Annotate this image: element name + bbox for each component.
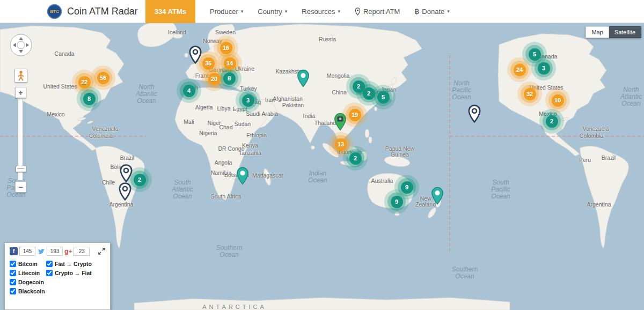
menu-report-atm-label: Report ATM (363, 8, 400, 16)
facebook-share-count: 145 (19, 247, 35, 256)
zoom-in-button[interactable]: + (15, 87, 26, 98)
expand-panel-button[interactable] (98, 248, 105, 255)
atm-cluster-marker[interactable]: 4 (177, 78, 201, 103)
chevron-down-icon: ▾ (285, 9, 288, 14)
twitter-icon[interactable] (37, 247, 45, 255)
menu-country-label: Country (258, 8, 282, 16)
coin-filter-column: BitcoinLitecoinDogecoinBlackcoin (10, 261, 44, 294)
googleplus-icon[interactable]: g+ (64, 248, 72, 255)
map-type-toggle: Map Satellite (586, 26, 641, 38)
cluster-count: 2 (363, 87, 375, 100)
share-filter-panel: f 145 193 g+ 23 BitcoinLitecoinDogec (4, 242, 111, 310)
coin-atm-radar-app: BTC Coin ATM Radar 334 ATMs Producer ▾ C… (0, 0, 644, 310)
cluster-count: 8 (83, 93, 96, 105)
expand-arrows-icon (98, 248, 105, 255)
zoom-slider-handle[interactable] (16, 166, 26, 172)
cluster-count: 4 (183, 85, 195, 97)
cluster-count: 13 (335, 138, 347, 151)
cluster-count: 5 (529, 48, 541, 61)
btc-logo-icon[interactable]: BTC (47, 4, 62, 19)
cluster-count: 56 (97, 72, 109, 84)
filter-checkbox[interactable] (10, 261, 16, 267)
atm-cluster-marker[interactable]: 32 (517, 82, 542, 106)
chevron-down-icon: ▾ (338, 9, 340, 14)
filter-label: Fiat → Crypto (55, 261, 92, 267)
cluster-count: 32 (524, 88, 536, 100)
atm-pin-marker-green-atm[interactable] (334, 113, 347, 133)
atm-cluster-marker[interactable]: 8 (77, 86, 101, 111)
cluster-count: 9 (391, 196, 403, 208)
chevron-down-icon: ▾ (241, 9, 244, 14)
filter-label: Bitcoin (18, 261, 38, 267)
filter-fiat-crypto[interactable]: Fiat → Crypto (46, 261, 92, 267)
chevron-down-icon: ▾ (447, 9, 450, 14)
bitcoin-icon: ฿ (414, 7, 419, 16)
filter-dogecoin[interactable]: Dogecoin (10, 279, 44, 285)
menu-donate-label: Donate (422, 8, 444, 16)
filter-label: Crypto → Fiat (55, 270, 92, 276)
cluster-count: 24 (514, 64, 526, 76)
atm-pin-marker-teal[interactable] (431, 187, 444, 207)
pan-control[interactable] (9, 33, 33, 57)
cluster-count: 20 (208, 73, 221, 85)
filter-checkbox[interactable] (10, 270, 16, 276)
cluster-count: 35 (202, 57, 215, 70)
filter-litecoin[interactable]: Litecoin (10, 270, 44, 276)
cluster-count: 2 (349, 152, 362, 165)
atm-cluster-marker[interactable]: 5 (371, 85, 396, 109)
menu-resources-label: Resources (302, 8, 335, 16)
menu-report-atm[interactable]: Report ATM (355, 8, 400, 16)
atm-pin-marker-navy[interactable] (468, 105, 481, 125)
atm-cluster-marker[interactable]: 2 (539, 109, 564, 134)
cluster-count: 14 (224, 57, 236, 70)
atm-cluster-marker[interactable]: 2 (343, 146, 368, 171)
facebook-icon[interactable]: f (10, 247, 18, 255)
satellite-view-button[interactable]: Satellite (609, 26, 641, 38)
menu-country[interactable]: Country ▾ (258, 8, 287, 16)
filter-checkbox-grid: BitcoinLitecoinDogecoinBlackcoin Fiat → … (10, 261, 105, 294)
cluster-count: 10 (552, 94, 564, 107)
filter-blackcoin[interactable]: Blackcoin (10, 288, 44, 294)
filter-label: Litecoin (18, 270, 40, 276)
atm-pin-marker-navy[interactable] (119, 182, 131, 203)
pegman-icon (17, 70, 25, 81)
cluster-count: 8 (223, 72, 236, 85)
cluster-count: 16 (220, 42, 232, 54)
cluster-count: 19 (349, 109, 361, 121)
direction-filter-column: Fiat → CryptoCrypto → Fiat (46, 261, 92, 294)
atm-cluster-marker[interactable]: 8 (217, 66, 241, 91)
atm-pin-marker-teal[interactable] (297, 69, 310, 90)
share-buttons-row: f 145 193 g+ 23 (10, 247, 105, 256)
atm-cluster-marker[interactable]: 56 (91, 65, 115, 90)
atm-pin-marker-teal[interactable] (236, 167, 249, 187)
filter-label: Blackcoin (18, 288, 45, 294)
site-title[interactable]: Coin ATM Radar (67, 6, 138, 17)
map-view-button[interactable]: Map (586, 26, 609, 38)
filter-label: Dogecoin (18, 279, 44, 285)
atm-count-badge[interactable]: 334 ATMs (145, 0, 195, 23)
filter-crypto-fiat[interactable]: Crypto → Fiat (46, 270, 92, 276)
top-navbar: BTC Coin ATM Radar 334 ATMs Producer ▾ C… (0, 0, 644, 23)
atm-cluster-marker[interactable]: 3 (236, 88, 260, 113)
map-pin-icon (355, 8, 361, 16)
map-canvas[interactable]: IcelandSwedenNorwayRussiaCanadaUnited St… (0, 23, 644, 310)
cluster-count: 9 (401, 181, 413, 194)
atm-pin-marker-navy[interactable] (189, 46, 202, 66)
cluster-count: 22 (78, 76, 91, 88)
twitter-share-count: 193 (47, 247, 63, 256)
cluster-count: 2 (134, 174, 146, 186)
menu-donate[interactable]: ฿ Donate ▾ (414, 7, 449, 16)
cluster-count: 5 (377, 91, 390, 104)
googleplus-share-count: 23 (74, 247, 90, 256)
zoom-out-button[interactable]: − (15, 181, 26, 193)
menu-resources[interactable]: Resources ▾ (302, 8, 340, 16)
filter-checkbox[interactable] (10, 279, 16, 285)
filter-bitcoin[interactable]: Bitcoin (10, 261, 44, 267)
filter-checkbox[interactable] (46, 270, 53, 276)
menu-producer[interactable]: Producer ▾ (210, 8, 243, 16)
atm-pin-marker-navy[interactable] (120, 164, 133, 184)
filter-checkbox[interactable] (46, 261, 53, 267)
cluster-count: 2 (546, 115, 558, 128)
street-view-pegman-button[interactable] (14, 69, 27, 83)
filter-checkbox[interactable] (10, 288, 16, 294)
